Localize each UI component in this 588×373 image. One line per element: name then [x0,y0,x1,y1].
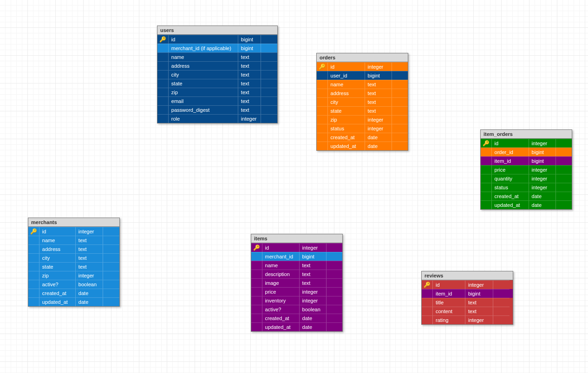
table-row[interactable]: order_idbigint [481,148,572,156]
table-item_orders[interactable]: item_orders🔑idintegerorder_idbigintitem_… [480,129,572,210]
table-row[interactable]: nametext [157,52,277,61]
key-cell [422,315,433,324]
table-row[interactable]: inventoryinteger [251,296,342,305]
key-cell [251,252,262,261]
spacer [493,307,510,315]
spacer [261,96,277,105]
table-row[interactable]: nametext [317,80,408,89]
table-header[interactable]: users [157,26,277,35]
table-reviews[interactable]: reviews🔑idintegeritem_idbiginttitletextc… [421,271,513,325]
column-name: active? [262,305,300,314]
table-row[interactable]: addresstext [28,244,119,253]
table-header[interactable]: items [251,234,342,243]
column-type: text [238,105,261,114]
spacer [103,262,119,271]
spacer [103,227,119,236]
spacer [261,105,277,114]
spacer [493,298,510,307]
column-type: integer [365,62,392,71]
column-type: boolean [300,305,327,314]
column-name: quantity [492,174,529,183]
spacer [261,35,277,44]
table-row[interactable]: contenttext [422,307,513,315]
table-items[interactable]: items🔑idintegermerchant_idbigintnametext… [251,234,343,332]
key-cell [251,322,262,331]
key-cell [251,261,262,270]
table-row[interactable]: statusinteger [481,183,572,192]
table-row[interactable]: 🔑idinteger [317,62,408,71]
spacer [103,253,119,262]
table-row[interactable]: updated_atdate [317,141,408,150]
table-users[interactable]: users🔑idbigintmerchant_id (if applicable… [157,26,278,123]
table-row[interactable]: active?boolean [251,305,342,314]
table-header[interactable]: item_orders [481,130,572,139]
table-row[interactable]: addresstext [317,89,408,97]
table-row[interactable]: priceinteger [481,165,572,174]
table-row[interactable]: zipinteger [317,115,408,124]
table-row[interactable]: merchant_idbigint [251,252,342,261]
table-row[interactable]: addresstext [157,61,277,70]
table-row[interactable]: citytext [317,97,408,106]
table-row[interactable]: titletext [422,298,513,307]
table-row[interactable]: priceinteger [251,287,342,296]
table-row[interactable]: zipinteger [28,271,119,280]
column-name: item_id [433,289,465,298]
table-row[interactable]: statetext [157,79,277,88]
column-type: integer [465,315,493,324]
table-orders[interactable]: orders🔑idintegeruser_idbigintnametextadd… [316,53,408,151]
table-row[interactable]: 🔑idinteger [251,243,342,252]
column-name: role [169,114,238,123]
table-header[interactable]: merchants [28,218,119,227]
table-row[interactable]: created_atdate [481,192,572,200]
table-header[interactable]: reviews [422,271,513,280]
table-row[interactable]: citytext [28,253,119,262]
table-row[interactable]: quantityinteger [481,174,572,183]
column-type: text [238,96,261,105]
table-row[interactable]: roleinteger [157,114,277,123]
table-row[interactable]: 🔑idbigint [157,35,277,44]
column-name: rating [433,315,465,324]
table-row[interactable]: imagetext [251,278,342,287]
column-name: order_id [492,148,529,156]
table-row[interactable]: active?boolean [28,280,119,289]
table-row[interactable]: statetext [28,262,119,271]
table-row[interactable]: descriptiontext [251,270,342,278]
table-row[interactable]: created_atdate [317,133,408,141]
diagram-canvas[interactable]: users🔑idbigintmerchant_id (if applicable… [0,0,588,373]
spacer [327,243,342,252]
table-row[interactable]: item_idbigint [422,289,513,298]
table-row[interactable]: nametext [28,236,119,244]
table-row[interactable]: 🔑idinteger [481,139,572,148]
key-cell: 🔑 [422,280,433,289]
column-type: text [76,244,103,253]
table-row[interactable]: updated_atdate [28,297,119,306]
table-row[interactable]: emailtext [157,96,277,105]
table-row[interactable]: citytext [157,70,277,79]
table-row[interactable]: updated_atdate [251,322,342,331]
column-name: city [328,97,365,106]
table-row[interactable]: merchant_id (if applicable)bigint [157,44,277,52]
table-row[interactable]: nametext [251,261,342,270]
table-row[interactable]: item_idbigint [481,156,572,165]
table-row[interactable]: created_atdate [251,314,342,322]
column-type: integer [238,114,261,123]
table-row[interactable]: ratinginteger [422,315,513,324]
column-type: text [238,70,261,79]
table-row[interactable]: updated_atdate [481,200,572,209]
column-name: created_at [328,133,365,141]
table-row[interactable]: 🔑idinteger [28,227,119,236]
key-cell [317,89,328,97]
table-merchants[interactable]: merchants🔑idintegernametextaddresstextci… [28,218,120,307]
table-row[interactable]: created_atdate [28,289,119,297]
key-cell [317,80,328,89]
table-row[interactable]: statusinteger [317,124,408,133]
table-row[interactable]: user_idbigint [317,71,408,80]
spacer [261,52,277,61]
key-cell [251,296,262,305]
table-row[interactable]: 🔑idinteger [422,280,513,289]
table-row[interactable]: password_digesttext [157,105,277,114]
table-row[interactable]: statetext [317,106,408,115]
column-type: integer [76,271,103,280]
table-header[interactable]: orders [317,53,408,62]
table-row[interactable]: ziptext [157,88,277,96]
